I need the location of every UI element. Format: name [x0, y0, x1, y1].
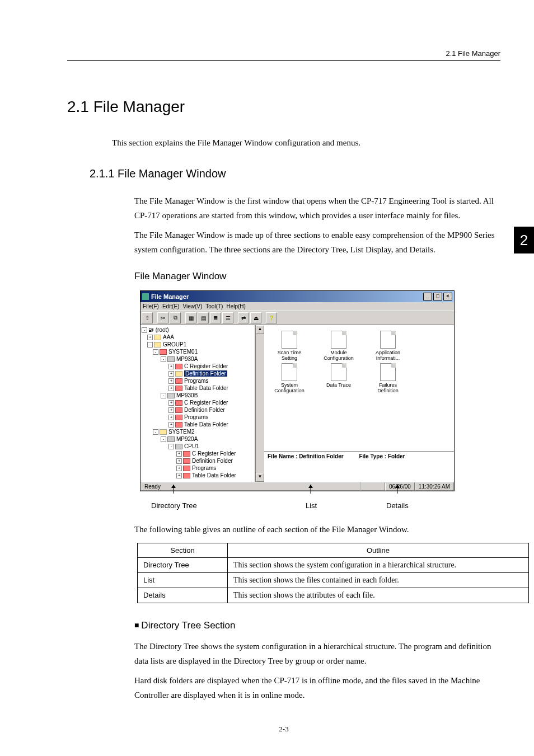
cut-icon[interactable]: ✂	[157, 312, 168, 323]
tree-node[interactable]: +Table Data Folder	[142, 421, 254, 428]
tree-node[interactable]: -SYSTEM01	[142, 348, 254, 355]
list-view-icon[interactable]: ≣	[210, 312, 221, 323]
callout-tree: Directory Tree	[151, 501, 197, 510]
list-item[interactable]: Data Trace	[319, 363, 358, 393]
running-header: 2.1 File Manager	[446, 49, 500, 58]
large-icons-icon[interactable]: ▦	[185, 312, 196, 323]
tree-node[interactable]: +C Register Folder	[142, 399, 254, 406]
details-view-icon[interactable]: ☰	[222, 312, 233, 323]
online-icon[interactable]: ⇄	[238, 312, 249, 323]
copy-icon[interactable]: ⧉	[170, 312, 181, 323]
menu-tool[interactable]: Tool(T)	[205, 303, 223, 309]
header-rule	[67, 60, 500, 61]
section-intro: This section explains the File Manager W…	[112, 138, 500, 148]
window-title: File Manager	[151, 293, 189, 300]
tree-node[interactable]: -GROUP1	[142, 341, 254, 348]
tree-node[interactable]: +C Register Folder	[142, 450, 254, 457]
tree-node[interactable]: +C Register Folder	[142, 363, 254, 370]
app-icon	[142, 293, 149, 300]
tree-node[interactable]: +Programs	[142, 414, 254, 421]
callout-list: List	[306, 501, 317, 510]
details-name-value: Definition Folder	[299, 453, 343, 459]
menu-edit[interactable]: Edit(E)	[162, 303, 180, 309]
details-type-value: Folder	[388, 453, 405, 459]
tree-node[interactable]: -MP920A	[142, 435, 254, 443]
directory-tree[interactable]: -🖳 (root) +AAA-GROUP1-SYSTEM01-MP930A+C …	[140, 325, 255, 482]
body-paragraph: The File Manager Window is the first win…	[134, 194, 500, 223]
menu-file[interactable]: File(F)	[143, 303, 159, 309]
list-item[interactable]: System Configuration	[270, 363, 309, 393]
list-item[interactable]: Module Configuration	[319, 331, 358, 361]
table-header: Section	[138, 543, 228, 558]
small-icons-icon[interactable]: ▤	[198, 312, 209, 323]
tree-scrollbar[interactable]: ▲ ▼	[255, 325, 264, 482]
table-cell: List	[138, 573, 228, 588]
minimize-button[interactable]: _	[423, 293, 432, 300]
details-type-label: File Type :	[359, 453, 386, 459]
body-paragraph: The File Manager Window is made up of th…	[134, 228, 500, 257]
list-item[interactable]: Failures Definition	[368, 363, 407, 393]
outline-table: Section Outline Directory Tree This sect…	[137, 543, 529, 603]
menu-view[interactable]: View(V)	[182, 303, 202, 309]
tree-node[interactable]: -CPU1	[142, 443, 254, 450]
help-icon[interactable]: ?	[266, 312, 277, 323]
chapter-tab: 2	[514, 227, 534, 253]
svg-marker-1	[171, 485, 176, 488]
tree-node[interactable]: -SYSTEM2	[142, 428, 254, 435]
bullet-heading: Directory Tree Section	[134, 620, 500, 631]
menubar[interactable]: File(F) Edit(E) View(V) Tool(T) Help(H)	[140, 302, 454, 311]
offline-icon[interactable]: ⏏	[250, 312, 261, 323]
toolbar: ⇧ ✂ ⧉ ▦ ▤ ≣ ☰ ⇄ ⏏ ?	[140, 311, 454, 325]
scroll-up-icon[interactable]: ▲	[256, 325, 264, 334]
tree-node[interactable]: +Definition Folder	[142, 457, 254, 464]
table-intro: The following table gives an outline of …	[134, 525, 500, 534]
body-paragraph: Hard disk folders are displayed when the…	[134, 674, 500, 702]
tree-node[interactable]: +AAA	[142, 334, 254, 341]
table-cell: This section shows the files contained i…	[228, 573, 529, 588]
tree-node[interactable]: +Table Data Folder	[142, 472, 254, 479]
list-item[interactable]: Application Informati...	[368, 331, 407, 361]
svg-marker-5	[395, 485, 400, 488]
scroll-down-icon[interactable]: ▼	[256, 473, 264, 482]
subsection-heading: 2.1.1 File Manager Window	[90, 167, 500, 180]
tree-node[interactable]: +Table Data Folder	[142, 384, 254, 392]
close-button[interactable]: ×	[443, 293, 452, 300]
tree-node[interactable]: +Definition Folder	[142, 370, 254, 377]
maximize-button[interactable]: □	[433, 293, 442, 300]
details-name-label: File Name :	[268, 453, 297, 459]
table-cell: This section shows the system configurat…	[228, 558, 529, 573]
body-paragraph: The Directory Tree shows the system conf…	[134, 640, 500, 668]
tree-node[interactable]: +Programs	[142, 377, 254, 384]
titlebar: File Manager _ □ ×	[140, 291, 454, 302]
table-cell: This section shows the attributes of eac…	[228, 588, 529, 603]
list-item[interactable]: Scan Time Setting	[270, 331, 309, 361]
tree-node[interactable]: -MP930A	[142, 355, 254, 363]
file-list[interactable]: Scan Time SettingModule ConfigurationApp…	[264, 325, 454, 451]
page-number: 2-3	[67, 725, 500, 734]
up-folder-icon[interactable]: ⇧	[142, 312, 153, 323]
table-cell: Details	[138, 588, 228, 603]
details-pane: File Name : Definition Folder File Type …	[264, 451, 454, 482]
tree-node[interactable]: +Definition Folder	[142, 406, 254, 414]
callout-details: Details	[386, 501, 409, 510]
figure-heading: File Manager Window	[134, 271, 500, 282]
tree-node[interactable]: +Programs	[142, 464, 254, 472]
table-cell: Directory Tree	[138, 558, 228, 573]
section-heading: 2.1 File Manager	[67, 98, 500, 116]
svg-marker-3	[308, 485, 313, 488]
tree-node[interactable]: -MP930B	[142, 392, 254, 399]
table-header: Outline	[228, 543, 529, 558]
menu-help[interactable]: Help(H)	[226, 303, 245, 309]
file-manager-window: File Manager _ □ × File(F) Edit(E) View(…	[140, 290, 455, 491]
